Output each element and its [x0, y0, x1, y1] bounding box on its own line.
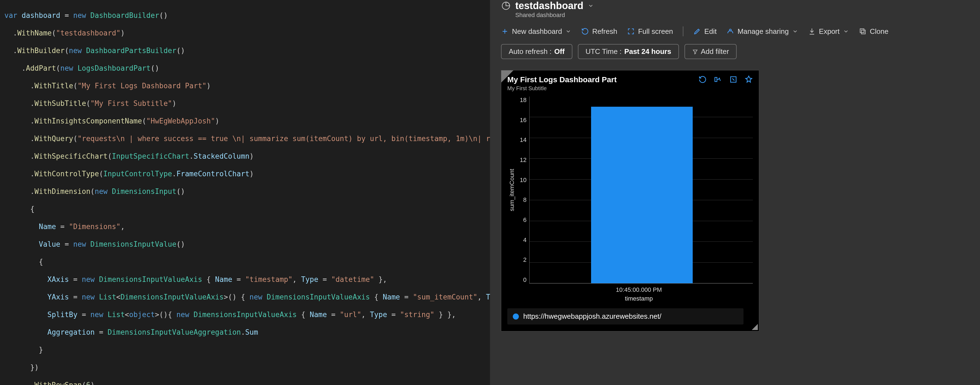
utc-label: UTC Time : — [585, 47, 622, 56]
new-dashboard-button[interactable]: New dashboard — [501, 27, 571, 36]
clone-icon — [859, 27, 867, 35]
call-withsubtitle: WithSubTitle — [35, 99, 86, 107]
filter-icon — [692, 49, 698, 55]
clone-label: Clone — [870, 27, 889, 36]
call-withcontroltype: WithControlType — [35, 170, 99, 178]
auto-refresh-pill[interactable]: Auto refresh : Off — [501, 44, 573, 59]
chart-tile[interactable]: My First Logs Dashboard Part My First Su… — [501, 70, 759, 331]
call-withrowspan: WithRowSpan — [35, 381, 82, 385]
svg-rect-4 — [715, 78, 717, 81]
tile-resize-handle[interactable] — [752, 324, 758, 330]
chart-bar[interactable] — [591, 107, 693, 283]
command-bar: New dashboard Refresh Full screen Edit M… — [501, 26, 969, 36]
fullscreen-button[interactable]: Full screen — [627, 27, 673, 36]
y-tick: 0 — [517, 276, 527, 284]
x-axis: 10:45:00.000 PM timestamp — [525, 286, 753, 302]
call-withbuilder: WithBuilder — [17, 46, 65, 55]
y-tick: 12 — [517, 157, 527, 164]
chart-body: sum_itemCount 181614121086420 — [507, 96, 753, 284]
manage-sharing-button[interactable]: Manage sharing — [727, 27, 798, 36]
plus-icon — [501, 27, 509, 35]
edit-button[interactable]: Edit — [693, 27, 717, 36]
call-withquery: WithQuery — [35, 134, 73, 143]
x-tick-label: 10:45:00.000 PM — [525, 286, 753, 294]
call-addpart: AddPart — [26, 64, 56, 72]
dashboard-subtitle: Shared dashboard — [515, 11, 969, 19]
y-axis-label: sum_itemCount — [507, 96, 517, 284]
ident-dashboard: dashboard — [22, 11, 60, 19]
chart-plot-area — [529, 96, 753, 284]
add-filter-label: Add filter — [701, 47, 729, 56]
auto-refresh-label: Auto refresh : — [509, 47, 552, 56]
utc-value: Past 24 hours — [624, 47, 671, 56]
svg-rect-3 — [860, 29, 864, 33]
kw-new: new — [73, 11, 86, 19]
y-tick: 10 — [517, 177, 527, 184]
chevron-down-icon[interactable] — [588, 3, 594, 9]
clone-button[interactable]: Clone — [859, 27, 889, 36]
export-label: Export — [819, 27, 840, 36]
y-tick: 18 — [517, 96, 527, 104]
y-tick: 16 — [517, 117, 527, 124]
refresh-label: Refresh — [592, 27, 617, 36]
y-tick: 2 — [517, 256, 527, 264]
refresh-icon — [581, 27, 589, 35]
edit-label: Edit — [704, 27, 717, 36]
export-button[interactable]: Export — [808, 27, 849, 36]
tile-refresh-icon[interactable] — [698, 75, 707, 84]
time-range-pill[interactable]: UTC Time : Past 24 hours — [578, 44, 679, 59]
refresh-button[interactable]: Refresh — [581, 27, 617, 36]
y-tick: 14 — [517, 136, 527, 144]
edit-icon — [693, 27, 701, 35]
legend-label: https://hwegwebappjosh.azurewebsites.net… — [523, 312, 662, 321]
kw-var: var — [5, 11, 17, 19]
add-filter-pill[interactable]: Add filter — [684, 44, 737, 59]
download-icon — [808, 27, 816, 35]
tile-expand-icon[interactable] — [729, 75, 737, 84]
call-withname: WithName — [17, 29, 52, 37]
call-withinsights: WithInsightsComponentName — [35, 117, 142, 125]
chevron-down-icon — [565, 28, 571, 34]
y-tick: 6 — [517, 216, 527, 224]
manage-sharing-label: Manage sharing — [737, 27, 789, 36]
y-tick: 4 — [517, 236, 527, 244]
chevron-down-icon — [792, 28, 798, 34]
filter-bar: Auto refresh : Off UTC Time : Past 24 ho… — [501, 44, 969, 59]
auto-refresh-value: Off — [554, 47, 565, 56]
fullscreen-label: Full screen — [638, 27, 673, 36]
y-axis-ticks: 181614121086420 — [517, 96, 529, 284]
dashboard-icon — [501, 1, 511, 11]
dashboard-title: testdashboard — [515, 0, 583, 11]
new-dashboard-label: New dashboard — [512, 27, 562, 36]
chevron-down-icon — [843, 28, 849, 34]
call-withspecificchart: WithSpecificChart — [35, 152, 108, 160]
x-axis-label: timestamp — [525, 295, 753, 302]
fullscreen-icon — [627, 27, 635, 35]
y-tick: 8 — [517, 196, 527, 203]
toolbar-divider — [683, 26, 683, 36]
type-dashboardbuilder: DashboardBuilder — [91, 11, 159, 19]
call-withtitle: WithTitle — [35, 81, 73, 90]
share-icon — [727, 27, 734, 35]
svg-rect-2 — [861, 30, 865, 34]
tile-subtitle: My First Subtitle — [507, 85, 753, 91]
dashboard-header: testdashboard Shared dashboard — [501, 0, 969, 19]
chart-legend[interactable]: https://hwegwebappjosh.azurewebsites.net… — [507, 308, 743, 324]
call-withdimension: WithDimension — [35, 187, 91, 195]
code-editor[interactable]: var dashboard = new DashboardBuilder() .… — [0, 0, 490, 385]
tile-toolbar — [698, 75, 753, 84]
tile-pin-icon[interactable] — [745, 75, 753, 84]
portal-pane: testdashboard Shared dashboard New dashb… — [490, 0, 980, 385]
tile-logs-icon[interactable] — [714, 75, 722, 84]
svg-point-1 — [730, 29, 732, 31]
tile-drag-corner[interactable] — [501, 70, 513, 83]
legend-color-swatch — [513, 313, 519, 320]
